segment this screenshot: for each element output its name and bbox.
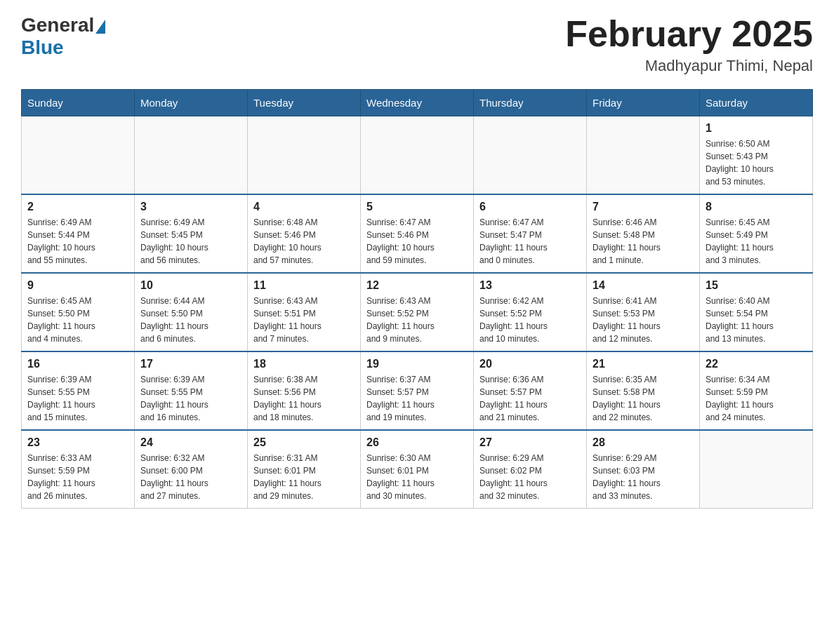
- day-info: Sunrise: 6:49 AM Sunset: 5:44 PM Dayligh…: [27, 216, 128, 267]
- day-info: Sunrise: 6:40 AM Sunset: 5:54 PM Dayligh…: [706, 295, 807, 345]
- calendar-day-cell: 8Sunrise: 6:45 AM Sunset: 5:49 PM Daylig…: [700, 194, 813, 273]
- day-number: 15: [706, 279, 807, 292]
- day-info: Sunrise: 6:47 AM Sunset: 5:47 PM Dayligh…: [479, 216, 581, 267]
- calendar-day-cell: 10Sunrise: 6:44 AM Sunset: 5:50 PM Dayli…: [135, 273, 248, 351]
- day-number: 16: [27, 358, 128, 370]
- month-title: February 2025: [565, 14, 813, 54]
- calendar-day-cell: 13Sunrise: 6:42 AM Sunset: 5:52 PM Dayli…: [474, 273, 587, 351]
- day-number: 11: [253, 279, 355, 292]
- day-number: 22: [706, 358, 807, 370]
- calendar-day-cell: 22Sunrise: 6:34 AM Sunset: 5:59 PM Dayli…: [700, 351, 813, 430]
- location-title: Madhyapur Thimi, Nepal: [565, 57, 813, 75]
- calendar-day-cell: 2Sunrise: 6:49 AM Sunset: 5:44 PM Daylig…: [22, 194, 135, 273]
- day-number: 13: [479, 279, 581, 292]
- day-of-week-header: Tuesday: [248, 90, 361, 116]
- day-info: Sunrise: 6:29 AM Sunset: 6:03 PM Dayligh…: [593, 452, 694, 502]
- page-header: General Blue February 2025 Madhyapur Thi…: [21, 14, 813, 75]
- day-number: 28: [593, 436, 694, 449]
- day-number: 1: [706, 122, 807, 135]
- day-info: Sunrise: 6:39 AM Sunset: 5:55 PM Dayligh…: [140, 373, 241, 424]
- day-info: Sunrise: 6:48 AM Sunset: 5:46 PM Dayligh…: [253, 216, 355, 267]
- calendar-day-cell: 16Sunrise: 6:39 AM Sunset: 5:55 PM Dayli…: [22, 351, 135, 430]
- logo-general-text: General: [21, 14, 94, 36]
- day-info: Sunrise: 6:39 AM Sunset: 5:55 PM Dayligh…: [27, 373, 128, 424]
- day-number: 18: [253, 358, 355, 370]
- calendar-week-row: 23Sunrise: 6:33 AM Sunset: 5:59 PM Dayli…: [22, 430, 813, 509]
- calendar-week-row: 9Sunrise: 6:45 AM Sunset: 5:50 PM Daylig…: [22, 273, 813, 351]
- calendar-day-cell: 19Sunrise: 6:37 AM Sunset: 5:57 PM Dayli…: [361, 351, 474, 430]
- calendar-day-cell: [700, 430, 813, 509]
- day-number: 10: [140, 279, 241, 292]
- day-info: Sunrise: 6:37 AM Sunset: 5:57 PM Dayligh…: [366, 373, 468, 424]
- day-number: 3: [140, 201, 241, 213]
- day-info: Sunrise: 6:50 AM Sunset: 5:43 PM Dayligh…: [706, 137, 807, 188]
- day-of-week-header: Friday: [587, 90, 700, 116]
- calendar-day-cell: 4Sunrise: 6:48 AM Sunset: 5:46 PM Daylig…: [248, 194, 361, 273]
- title-section: February 2025 Madhyapur Thimi, Nepal: [565, 14, 813, 75]
- calendar-day-cell: 3Sunrise: 6:49 AM Sunset: 5:45 PM Daylig…: [135, 194, 248, 273]
- day-number: 6: [479, 201, 581, 213]
- calendar-day-cell: 17Sunrise: 6:39 AM Sunset: 5:55 PM Dayli…: [135, 351, 248, 430]
- calendar-day-cell: [361, 116, 474, 195]
- calendar-day-cell: 21Sunrise: 6:35 AM Sunset: 5:58 PM Dayli…: [587, 351, 700, 430]
- calendar-day-cell: [248, 116, 361, 195]
- day-info: Sunrise: 6:35 AM Sunset: 5:58 PM Dayligh…: [593, 373, 694, 424]
- day-number: 7: [593, 201, 694, 213]
- calendar-day-cell: 27Sunrise: 6:29 AM Sunset: 6:02 PM Dayli…: [474, 430, 587, 509]
- day-info: Sunrise: 6:38 AM Sunset: 5:56 PM Dayligh…: [253, 373, 355, 424]
- day-info: Sunrise: 6:30 AM Sunset: 6:01 PM Dayligh…: [366, 452, 468, 502]
- calendar-day-cell: 12Sunrise: 6:43 AM Sunset: 5:52 PM Dayli…: [361, 273, 474, 351]
- day-info: Sunrise: 6:42 AM Sunset: 5:52 PM Dayligh…: [479, 295, 581, 345]
- day-number: 9: [27, 279, 128, 292]
- day-number: 21: [593, 358, 694, 370]
- day-number: 20: [479, 358, 581, 370]
- day-info: Sunrise: 6:29 AM Sunset: 6:02 PM Dayligh…: [479, 452, 581, 502]
- calendar-day-cell: 18Sunrise: 6:38 AM Sunset: 5:56 PM Dayli…: [248, 351, 361, 430]
- calendar-day-cell: 24Sunrise: 6:32 AM Sunset: 6:00 PM Dayli…: [135, 430, 248, 509]
- day-info: Sunrise: 6:44 AM Sunset: 5:50 PM Dayligh…: [140, 295, 241, 345]
- calendar-day-cell: [135, 116, 248, 195]
- day-info: Sunrise: 6:45 AM Sunset: 5:50 PM Dayligh…: [27, 295, 128, 345]
- day-number: 23: [27, 436, 128, 449]
- day-info: Sunrise: 6:43 AM Sunset: 5:52 PM Dayligh…: [366, 295, 468, 345]
- day-number: 12: [366, 279, 468, 292]
- day-info: Sunrise: 6:47 AM Sunset: 5:46 PM Dayligh…: [366, 216, 468, 267]
- logo-blue-text: Blue: [21, 36, 64, 58]
- day-of-week-header: Sunday: [22, 90, 135, 116]
- calendar-day-cell: 14Sunrise: 6:41 AM Sunset: 5:53 PM Dayli…: [587, 273, 700, 351]
- calendar-day-cell: 23Sunrise: 6:33 AM Sunset: 5:59 PM Dayli…: [22, 430, 135, 509]
- day-number: 25: [253, 436, 355, 449]
- day-info: Sunrise: 6:45 AM Sunset: 5:49 PM Dayligh…: [706, 216, 807, 267]
- calendar-week-row: 2Sunrise: 6:49 AM Sunset: 5:44 PM Daylig…: [22, 194, 813, 273]
- day-of-week-header: Wednesday: [361, 90, 474, 116]
- calendar-day-cell: 9Sunrise: 6:45 AM Sunset: 5:50 PM Daylig…: [22, 273, 135, 351]
- day-of-week-header: Saturday: [700, 90, 813, 116]
- calendar-day-cell: 1Sunrise: 6:50 AM Sunset: 5:43 PM Daylig…: [700, 116, 813, 195]
- day-number: 14: [593, 279, 694, 292]
- logo: General Blue: [21, 14, 107, 59]
- day-number: 5: [366, 201, 468, 213]
- calendar-day-cell: 7Sunrise: 6:46 AM Sunset: 5:48 PM Daylig…: [587, 194, 700, 273]
- logo-triangle-icon: [95, 20, 105, 34]
- calendar-day-cell: [22, 116, 135, 195]
- calendar-table: SundayMondayTuesdayWednesdayThursdayFrid…: [21, 89, 813, 509]
- day-number: 19: [366, 358, 468, 370]
- calendar-day-cell: 26Sunrise: 6:30 AM Sunset: 6:01 PM Dayli…: [361, 430, 474, 509]
- day-number: 8: [706, 201, 807, 213]
- day-info: Sunrise: 6:31 AM Sunset: 6:01 PM Dayligh…: [253, 452, 355, 502]
- calendar-day-cell: 11Sunrise: 6:43 AM Sunset: 5:51 PM Dayli…: [248, 273, 361, 351]
- calendar-day-cell: 25Sunrise: 6:31 AM Sunset: 6:01 PM Dayli…: [248, 430, 361, 509]
- day-info: Sunrise: 6:41 AM Sunset: 5:53 PM Dayligh…: [593, 295, 694, 345]
- calendar-week-row: 1Sunrise: 6:50 AM Sunset: 5:43 PM Daylig…: [22, 116, 813, 195]
- day-info: Sunrise: 6:32 AM Sunset: 6:00 PM Dayligh…: [140, 452, 241, 502]
- calendar-day-cell: 20Sunrise: 6:36 AM Sunset: 5:57 PM Dayli…: [474, 351, 587, 430]
- day-info: Sunrise: 6:34 AM Sunset: 5:59 PM Dayligh…: [706, 373, 807, 424]
- calendar-day-cell: [474, 116, 587, 195]
- calendar-day-cell: 28Sunrise: 6:29 AM Sunset: 6:03 PM Dayli…: [587, 430, 700, 509]
- day-info: Sunrise: 6:49 AM Sunset: 5:45 PM Dayligh…: [140, 216, 241, 267]
- day-number: 2: [27, 201, 128, 213]
- calendar-day-cell: 5Sunrise: 6:47 AM Sunset: 5:46 PM Daylig…: [361, 194, 474, 273]
- calendar-day-cell: 15Sunrise: 6:40 AM Sunset: 5:54 PM Dayli…: [700, 273, 813, 351]
- day-number: 26: [366, 436, 468, 449]
- calendar-header-row: SundayMondayTuesdayWednesdayThursdayFrid…: [22, 90, 813, 116]
